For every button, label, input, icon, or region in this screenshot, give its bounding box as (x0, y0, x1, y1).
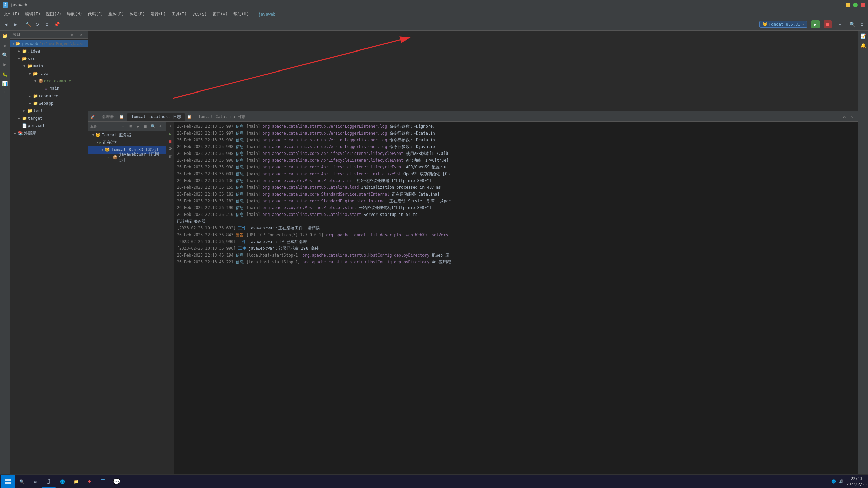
console-reload[interactable]: ⟳ (167, 145, 174, 152)
settings-gear[interactable]: ⚙ (858, 20, 866, 28)
menu-help[interactable]: 帮助(H) (231, 11, 252, 18)
console-scroll-top[interactable]: ⬆ (167, 123, 174, 130)
menu-tools[interactable]: 工具(T) (169, 11, 190, 18)
menu-file[interactable]: 文件(F) (1, 11, 22, 18)
service-war[interactable]: ✓ 📦 javaweb:war [已同步] (88, 154, 166, 161)
bookmark-tool[interactable]: ★ (1, 41, 9, 49)
collapse-service[interactable]: ⊟ (127, 123, 134, 130)
network-icon[interactable]: 🌐 (831, 479, 836, 484)
console-run-icon[interactable]: ▶ (167, 130, 174, 137)
taskbar-clock[interactable]: 22:13 2023/2/26 (846, 476, 867, 487)
tree-root[interactable]: ▼ 📂 javaweb D:\Java-Project\javaweb (10, 40, 88, 47)
localhost-tab[interactable]: Tomcat Localhost 日志 (127, 113, 185, 121)
project-settings[interactable]: ⚙ (77, 30, 85, 39)
menu-refactor[interactable]: 重构(R) (106, 11, 127, 18)
console-line: 26-Feb-2023 22:13:36.001 信息 [main] org.a… (174, 170, 858, 177)
tree-external[interactable]: ▶ 📚 外部库 (10, 129, 88, 137)
volume-icon[interactable]: 🔊 (839, 479, 844, 484)
more-service[interactable]: + (157, 123, 164, 130)
panel-close[interactable]: ✕ (849, 114, 856, 120)
tree-main[interactable]: ▼ 📂 main (10, 62, 88, 70)
svg-rect-4 (5, 482, 8, 484)
org-arrow: ▼ (33, 79, 37, 83)
tree-test[interactable]: ▶ 📁 test (10, 107, 88, 115)
webapp-folder-icon: 📁 (33, 101, 38, 106)
title-bar: J javaweb (0, 0, 868, 10)
svg-rect-2 (5, 479, 8, 481)
taskbar-search[interactable]: 🔍 (15, 475, 28, 488)
services-header-label: 服务 (90, 124, 97, 129)
root-label: javaweb (21, 41, 38, 46)
service-panel: 服务 + ⊟ ▶ ■ 🔍 + ▼ � (88, 122, 858, 478)
maximize-button[interactable] (853, 3, 858, 7)
menu-build[interactable]: 构建(B) (127, 11, 148, 18)
profiler-tool[interactable]: 📊 (1, 79, 9, 87)
search-everywhere-button[interactable]: 🔍 (848, 20, 856, 28)
panel-settings[interactable]: ⚙ (841, 114, 848, 120)
menu-edit[interactable]: 编辑(E) (22, 11, 43, 18)
tree-target[interactable]: ▶ 📁 target (10, 115, 88, 122)
add-service[interactable]: + (120, 123, 126, 130)
settings-button[interactable]: ⚙ (43, 20, 51, 28)
menu-code[interactable]: 代码(C) (85, 11, 106, 18)
tree-webapp[interactable]: ▶ 📁 webapp (10, 100, 88, 107)
start-button[interactable] (1, 475, 15, 488)
tree-main-class[interactable]: ▶ ☕ Main (10, 85, 88, 92)
tree-resources[interactable]: ▶ 📁 resources (10, 92, 88, 100)
git-tool[interactable]: ⑂ (1, 89, 9, 97)
tree-src[interactable]: ▼ 📂 src (10, 55, 88, 62)
idea-folder-icon: 📁 (22, 48, 27, 54)
debug-tool[interactable]: 🐛 (1, 70, 9, 78)
console-line: 26-Feb-2023 22:13:36.190 信息 [main] org.a… (174, 204, 858, 211)
deployer-tab[interactable]: 部署器 (98, 113, 118, 120)
build-button[interactable]: 🔨 (24, 20, 32, 28)
sync-button[interactable]: ⟳ (34, 20, 42, 28)
pin-button[interactable]: 📌 (53, 20, 61, 28)
stop-service[interactable]: ■ (142, 123, 149, 130)
tree-java[interactable]: ▼ 📂 java (10, 70, 88, 77)
tree-idea[interactable]: ▶ 📁 .idea (10, 47, 88, 55)
catalina-tab[interactable]: Tomcat Catalina 日志 (194, 113, 250, 120)
console-output[interactable]: 26-Feb-2023 22:13:35.997 信息 [main] org.a… (174, 122, 858, 478)
filter-service[interactable]: 🔍 (150, 123, 156, 130)
tree-org-example[interactable]: ▼ 📦 org.example (10, 77, 88, 85)
run-service[interactable]: ▶ (135, 123, 141, 130)
console-line: 26-Feb-2023 22:13:36.182 信息 [main] org.a… (174, 198, 858, 204)
taskbar-app1[interactable]: ♦ (83, 475, 96, 488)
collapse-all[interactable]: ⊟ (67, 30, 76, 39)
console-line: 已连接到服务器 (174, 218, 858, 225)
run-tool[interactable]: ▶ (1, 60, 9, 68)
menu-vcs[interactable]: VCS(S) (190, 11, 210, 17)
service-header: 服务 + ⊟ ▶ ■ 🔍 + (88, 122, 166, 131)
run-button[interactable]: ▶ (811, 20, 820, 28)
project-name-toolbar: javaweb (258, 12, 276, 17)
console-clear[interactable]: 🗑 (167, 153, 174, 160)
find-tool[interactable]: 🔍 (1, 51, 9, 59)
right-tool-2[interactable]: 🔔 (859, 41, 867, 49)
service-tomcat-server[interactable]: ▼ 🐱 Tomcat 服务器 (88, 131, 166, 139)
service-running[interactable]: ▼ ▶ 正在运行 (88, 139, 166, 146)
more-run-options[interactable]: ▾ (836, 20, 844, 28)
project-tool[interactable]: 📁 (1, 32, 9, 40)
tree-pom[interactable]: ▶ 📄 pom.xml (10, 122, 88, 129)
taskbar-chrome[interactable]: 🌐 (56, 475, 69, 488)
minimize-button[interactable] (846, 3, 850, 7)
taskbar-app3[interactable]: 💬 (110, 475, 123, 488)
right-tool-strip: 📝 🔔 (858, 30, 868, 478)
tomcat-config[interactable]: 🐱 Tomcat 8.5.83 ▾ (760, 21, 807, 28)
menu-run[interactable]: 运行(U) (148, 11, 169, 18)
menu-window[interactable]: 窗口(W) (210, 11, 231, 18)
close-button[interactable] (861, 3, 865, 7)
back-button[interactable]: ◀ (2, 20, 10, 28)
taskbar-file-explorer[interactable]: 📁 (69, 475, 83, 488)
menu-view[interactable]: 视图(V) (43, 11, 64, 18)
forward-button[interactable]: ▶ (12, 20, 20, 28)
taskbar-taskview[interactable]: ⊞ (28, 475, 42, 488)
taskbar-intellij[interactable]: J (42, 475, 56, 488)
webapp-arrow: ▶ (28, 101, 32, 105)
console-stop-icon[interactable]: ■ (167, 138, 174, 145)
right-tool-1[interactable]: 📝 (859, 32, 867, 40)
taskbar-app2[interactable]: T (96, 475, 110, 488)
menu-navigate[interactable]: 导航(N) (64, 11, 85, 18)
stop-button[interactable]: ■ (824, 20, 832, 28)
